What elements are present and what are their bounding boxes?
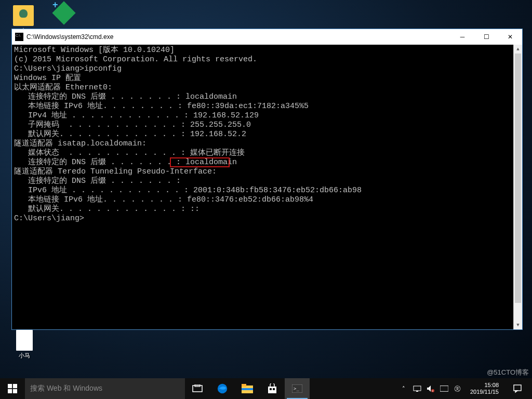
console-line: C:\Users\jiang>ipconfig	[14, 64, 520, 74]
svg-rect-23	[514, 385, 521, 391]
text-file-icon	[16, 330, 33, 351]
green-app-icon	[54, 3, 76, 25]
svg-rect-3	[13, 389, 17, 393]
taskbar-store[interactable]	[260, 378, 285, 399]
start-button[interactable]	[0, 378, 25, 399]
scroll-down-button[interactable]: ▼	[514, 321, 522, 329]
desktop-icon-file[interactable]: 小马	[6, 330, 43, 360]
desktop-icon-app[interactable]	[47, 3, 83, 26]
taskbar-edge[interactable]	[210, 378, 235, 399]
taskbar-cmd[interactable]: >_	[285, 378, 310, 399]
svg-rect-11	[270, 388, 272, 390]
svg-rect-12	[273, 388, 275, 390]
svg-marker-24	[515, 391, 517, 392]
svg-rect-10	[268, 387, 276, 393]
search-placeholder: 搜索 Web 和 Windows	[30, 384, 102, 393]
console-line: 本地链接 IPv6 地址. . . . . . . . : fe80::3476…	[14, 195, 520, 205]
svg-rect-15	[414, 386, 421, 391]
console-line: 隧道适配器 Teredo Tunneling Pseudo-Interface:	[14, 167, 520, 177]
clock-time: 15:08	[470, 382, 499, 389]
terminal-icon: >_	[292, 384, 302, 393]
user-folder-icon	[13, 5, 34, 26]
console-line: Microsoft Windows [版本 10.0.10240]	[14, 46, 520, 55]
console-line: 子网掩码 . . . . . . . . . . . . : 255.255.2…	[14, 121, 520, 130]
console-line: Windows IP 配置	[14, 74, 520, 83]
svg-rect-2	[8, 389, 12, 393]
svg-rect-20	[440, 386, 448, 392]
console-line: (c) 2015 Microsoft Corporation. All righ…	[14, 55, 520, 64]
ime-icon[interactable]: ㉆	[454, 384, 462, 393]
svg-rect-8	[242, 384, 246, 387]
console-line: 隧道适配器 isatap.localdomain:	[14, 139, 520, 149]
keyboard-icon[interactable]	[440, 384, 448, 393]
svg-rect-1	[13, 384, 17, 388]
tray-chevron-icon[interactable]: ˄	[400, 384, 408, 393]
watermark: @51CTO博客	[487, 368, 529, 377]
svg-rect-0	[8, 384, 12, 388]
console-output[interactable]: Microsoft Windows [版本 10.0.10240](c) 201…	[12, 45, 522, 329]
taskbar-explorer[interactable]	[235, 378, 260, 399]
scrollbar[interactable]: ▲▼	[513, 45, 522, 329]
maximize-button[interactable]: ☐	[474, 29, 498, 45]
edge-icon	[217, 383, 228, 394]
svg-rect-9	[242, 388, 253, 390]
windows-logo-icon	[8, 384, 17, 393]
search-input[interactable]: 搜索 Web 和 Windows	[25, 378, 185, 399]
console-line: C:\Users\jiang>	[14, 214, 520, 223]
folder-icon	[242, 384, 253, 393]
clock-date: 2019/11/15	[470, 389, 499, 395]
action-center-button[interactable]	[507, 384, 528, 393]
svg-marker-17	[427, 385, 431, 392]
cmd-icon	[15, 33, 23, 41]
svg-text:>_: >_	[294, 386, 299, 391]
console-line: 媒体状态 . . . . . . . . . . . . : 媒体已断开连接	[14, 149, 520, 158]
close-button[interactable]: ✕	[498, 29, 522, 45]
minimize-button[interactable]: ─	[450, 29, 474, 45]
volume-icon[interactable]: x	[427, 384, 435, 393]
taskview-icon	[192, 384, 203, 393]
console-line: 以太网适配器 Ethernet0:	[14, 83, 520, 92]
console-line: 默认网关. . . . . . . . . . . . . : ::	[14, 205, 520, 214]
notification-icon	[513, 384, 522, 393]
console-line: 本地链接 IPv6 地址. . . . . . . . : fe80::39da…	[14, 102, 520, 111]
svg-rect-16	[416, 391, 418, 392]
console-line: IPv6 地址 . . . . . . . . . . . . : 2001:0…	[14, 186, 520, 195]
console-line: 连接特定的 DNS 后缀 . . . . . . . : localdomain	[14, 92, 520, 102]
taskview-button[interactable]	[185, 378, 210, 399]
console-line: 默认网关. . . . . . . . . . . . . : 192.168.…	[14, 130, 520, 139]
network-icon[interactable]	[413, 384, 421, 393]
store-icon	[267, 383, 277, 394]
titlebar[interactable]: C:\Windows\system32\cmd.exe ─ ☐ ✕	[12, 29, 522, 45]
clock[interactable]: 15:08 2019/11/15	[467, 382, 502, 395]
taskbar: 搜索 Web 和 Windows >_	[0, 378, 532, 399]
console-line: 连接特定的 DNS 后缀 . . . . . . . :	[14, 177, 520, 186]
system-tray: ˄ x ㉆ 15:08 2019/11/15	[395, 378, 532, 399]
scroll-up-button[interactable]: ▲	[514, 45, 522, 54]
scroll-thumb[interactable]	[515, 54, 521, 303]
desktop-icon-label: 小马	[6, 352, 43, 360]
cmd-window: C:\Windows\system32\cmd.exe ─ ☐ ✕ Micros…	[11, 29, 523, 330]
console-line: IPv4 地址 . . . . . . . . . . . . : 192.16…	[14, 111, 520, 121]
window-title: C:\Windows\system32\cmd.exe	[26, 33, 450, 41]
console-line: 连接特定的 DNS 后缀 . . . . . . . : localdomain	[14, 158, 520, 167]
